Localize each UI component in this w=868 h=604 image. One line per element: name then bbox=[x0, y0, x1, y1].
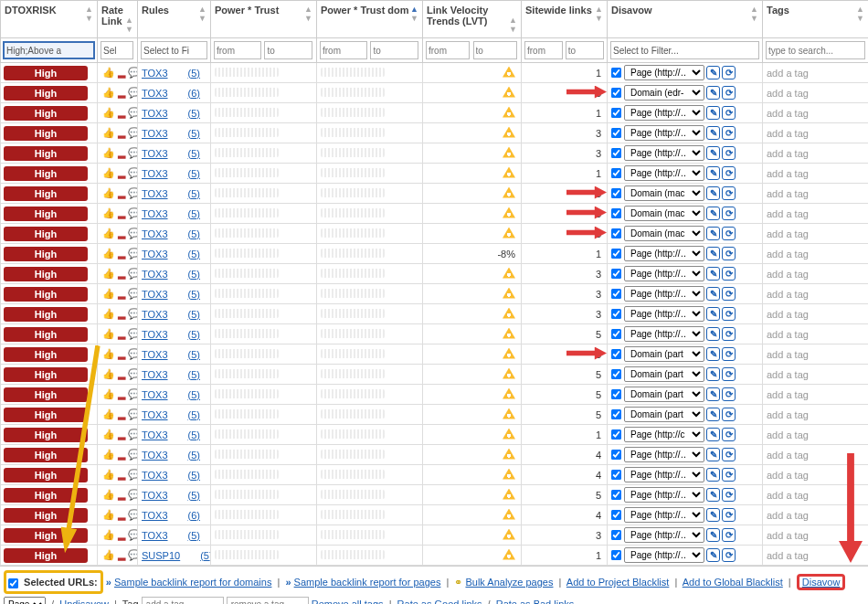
disavow-checkbox[interactable] bbox=[611, 68, 621, 78]
disavow-select[interactable]: Page (http://… bbox=[624, 467, 704, 482]
thumbs-up-icon[interactable]: 👍 bbox=[101, 288, 114, 300]
add-tag-placeholder[interactable]: add a tag bbox=[767, 249, 809, 260]
add-tag-placeholder[interactable]: add a tag bbox=[767, 349, 809, 360]
add-tag-placeholder[interactable]: add a tag bbox=[767, 530, 809, 541]
disavow-scope-select[interactable]: Page bbox=[4, 597, 46, 605]
thumbs-down-icon[interactable]: ▂ bbox=[114, 408, 127, 420]
col-disavow[interactable]: Disavow▲▼ bbox=[608, 1, 763, 38]
thumbs-down-icon[interactable]: ▂ bbox=[114, 228, 127, 239]
comment-icon[interactable]: 💬 bbox=[127, 167, 138, 179]
add-tag-placeholder[interactable]: add a tag bbox=[767, 208, 809, 219]
add-tag-placeholder[interactable]: add a tag bbox=[767, 490, 809, 501]
history-icon[interactable]: ⟳ bbox=[722, 66, 736, 79]
disavow-select[interactable]: Page (http://… bbox=[624, 266, 704, 281]
comment-icon[interactable]: 💬 bbox=[127, 348, 138, 360]
edit-icon[interactable]: ✎ bbox=[706, 186, 720, 200]
thumbs-up-icon[interactable]: 👍 bbox=[101, 529, 114, 541]
disavow-select[interactable]: Domain (mac bbox=[624, 185, 704, 201]
disavow-checkbox[interactable] bbox=[611, 530, 621, 540]
comment-icon[interactable]: 💬 bbox=[127, 268, 138, 280]
comment-icon[interactable]: 💬 bbox=[127, 549, 138, 561]
rule-link[interactable]: TOX3 bbox=[142, 249, 168, 260]
rule-link[interactable]: TOX3 bbox=[142, 349, 168, 360]
history-icon[interactable]: ⟳ bbox=[722, 508, 736, 522]
rate-link-icons[interactable]: 👍▂💬 bbox=[101, 67, 138, 78]
disavow-select[interactable]: Page (http://… bbox=[624, 326, 704, 342]
disavow-checkbox[interactable] bbox=[611, 168, 621, 178]
thumbs-down-icon[interactable]: ▂ bbox=[114, 207, 127, 219]
history-icon[interactable]: ⟳ bbox=[722, 287, 736, 301]
thumbs-up-icon[interactable]: 👍 bbox=[101, 167, 114, 179]
edit-icon[interactable]: ✎ bbox=[706, 267, 720, 281]
rate-link-icons[interactable]: 👍▂💬 bbox=[101, 529, 138, 540]
edit-icon[interactable]: ✎ bbox=[706, 548, 720, 562]
disavow-checkbox[interactable] bbox=[611, 249, 621, 259]
thumbs-down-icon[interactable]: ▂ bbox=[114, 67, 127, 79]
add-tag-placeholder[interactable]: add a tag bbox=[767, 470, 809, 481]
add-tag-input[interactable] bbox=[142, 597, 224, 605]
add-tag-placeholder[interactable]: add a tag bbox=[767, 148, 809, 159]
filter-lvt-from[interactable] bbox=[426, 41, 470, 59]
disavow-checkbox[interactable] bbox=[611, 309, 621, 319]
disavow-checkbox[interactable] bbox=[611, 389, 621, 399]
edit-icon[interactable]: ✎ bbox=[706, 528, 720, 542]
rule-count-link[interactable]: (5) bbox=[188, 289, 200, 300]
rule-link[interactable]: TOX3 bbox=[142, 409, 168, 420]
add-tag-placeholder[interactable]: add a tag bbox=[767, 128, 809, 139]
rate-link-icons[interactable]: 👍▂💬 bbox=[101, 449, 138, 460]
filter-sl-from[interactable] bbox=[524, 41, 563, 59]
comment-icon[interactable]: 💬 bbox=[127, 429, 138, 440]
disavow-checkbox[interactable] bbox=[611, 450, 621, 460]
rule-count-link[interactable]: (5) bbox=[188, 168, 200, 179]
disavow-select[interactable]: Page (http://… bbox=[624, 447, 704, 462]
bulk-analyze-link[interactable]: Bulk Analyze pages bbox=[465, 577, 553, 588]
comment-icon[interactable]: 💬 bbox=[127, 388, 138, 400]
thumbs-down-icon[interactable]: ▂ bbox=[114, 449, 127, 461]
rule-link[interactable]: TOX3 bbox=[142, 68, 168, 79]
add-project-blacklist-link[interactable]: Add to Project Blacklist bbox=[566, 577, 670, 588]
edit-icon[interactable]: ✎ bbox=[706, 307, 720, 321]
thumbs-down-icon[interactable]: ▂ bbox=[114, 288, 127, 300]
disavow-select[interactable]: Domain (edr- bbox=[624, 85, 704, 101]
comment-icon[interactable]: 💬 bbox=[127, 67, 138, 79]
disavow-select[interactable]: Page (http://… bbox=[624, 145, 704, 161]
disavow-checkbox[interactable] bbox=[611, 429, 621, 440]
rate-link-icons[interactable]: 👍▂💬 bbox=[101, 87, 138, 98]
comment-icon[interactable]: 💬 bbox=[127, 509, 138, 521]
disavow-select[interactable]: Domain (part bbox=[624, 346, 704, 362]
history-icon[interactable]: ⟳ bbox=[722, 307, 736, 321]
rule-count-link[interactable]: (5) bbox=[188, 329, 200, 340]
thumbs-down-icon[interactable]: ▂ bbox=[114, 549, 127, 561]
filter-lvt-to[interactable] bbox=[473, 41, 517, 59]
rate-link-icons[interactable]: 👍▂💬 bbox=[101, 388, 138, 399]
comment-icon[interactable]: 💬 bbox=[127, 308, 138, 320]
rule-link[interactable]: TOX3 bbox=[142, 530, 168, 541]
history-icon[interactable]: ⟳ bbox=[722, 408, 736, 421]
add-tag-placeholder[interactable]: add a tag bbox=[767, 329, 809, 340]
history-icon[interactable]: ⟳ bbox=[722, 448, 736, 461]
rate-link-icons[interactable]: 👍▂💬 bbox=[101, 348, 138, 359]
rate-link-icons[interactable]: 👍▂💬 bbox=[101, 509, 138, 520]
disavow-select[interactable]: Page (http://… bbox=[624, 125, 704, 141]
disavow-checkbox[interactable] bbox=[611, 289, 621, 299]
history-icon[interactable]: ⟳ bbox=[722, 387, 736, 401]
rule-link[interactable]: SUSP10 bbox=[142, 550, 180, 561]
rule-link[interactable]: TOX3 bbox=[142, 389, 168, 400]
rate-link-icons[interactable]: 👍▂💬 bbox=[101, 489, 138, 500]
disavow-select[interactable]: Page (http://… bbox=[624, 527, 704, 543]
rate-link-icons[interactable]: 👍▂💬 bbox=[101, 187, 138, 198]
thumbs-up-icon[interactable]: 👍 bbox=[101, 388, 114, 400]
remove-tag-input[interactable] bbox=[227, 597, 309, 605]
thumbs-up-icon[interactable]: 👍 bbox=[101, 268, 114, 280]
thumbs-down-icon[interactable]: ▂ bbox=[114, 248, 127, 260]
rate-good-link[interactable]: Rate as Good links bbox=[397, 599, 482, 604]
disavow-checkbox[interactable] bbox=[611, 550, 621, 560]
history-icon[interactable]: ⟳ bbox=[722, 247, 736, 260]
rate-link-icons[interactable]: 👍▂💬 bbox=[101, 268, 138, 279]
thumbs-down-icon[interactable]: ▂ bbox=[114, 167, 127, 179]
rule-count-link[interactable]: (5) bbox=[200, 550, 210, 561]
thumbs-down-icon[interactable]: ▂ bbox=[114, 127, 127, 139]
disavow-select[interactable]: Domain (part bbox=[624, 407, 704, 422]
thumbs-up-icon[interactable]: 👍 bbox=[101, 248, 114, 260]
col-tags[interactable]: Tags▲▼ bbox=[763, 1, 869, 38]
